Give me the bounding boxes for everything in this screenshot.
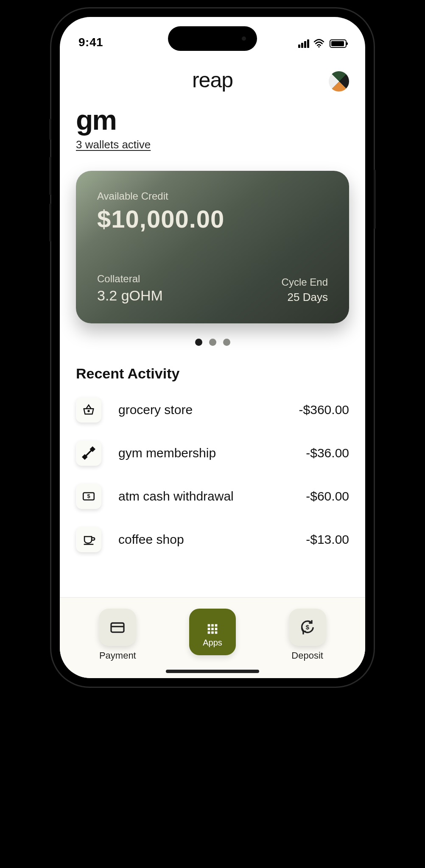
carousel-dot-0[interactable]	[195, 339, 202, 346]
svg-rect-10	[208, 624, 210, 626]
power-button	[374, 170, 376, 229]
app-header: reap	[76, 51, 349, 106]
activity-list: grocery store -$360.00 gym membership -$…	[76, 397, 349, 552]
activity-amount: -$360.00	[299, 403, 349, 417]
nav-deposit-label: Deposit	[291, 650, 323, 661]
volume-down-button	[49, 203, 51, 242]
available-credit-label: Available Credit	[97, 190, 328, 202]
svg-rect-11	[211, 624, 214, 626]
nav-apps-label: Apps	[203, 638, 222, 648]
refresh-dollar-icon: $	[289, 609, 326, 646]
collateral-block: Collateral 3.2 gOHM	[97, 273, 163, 304]
card-bottom: Collateral 3.2 gOHM Cycle End 25 Days	[97, 273, 328, 304]
grid-icon: Apps	[189, 609, 236, 655]
available-credit-amount: $10,000.00	[97, 205, 328, 233]
activity-row[interactable]: coffee shop -$13.00	[76, 527, 349, 552]
recent-activity-title: Recent Activity	[76, 365, 349, 382]
nav-deposit[interactable]: $ Deposit	[289, 609, 326, 661]
activity-label: atm cash withdrawal	[118, 489, 289, 504]
wifi-icon	[313, 38, 324, 49]
activity-row[interactable]: gym membership -$36.00	[76, 440, 349, 466]
svg-rect-13	[208, 628, 210, 630]
activity-amount: -$13.00	[306, 532, 349, 547]
activity-row[interactable]: grocery store -$360.00	[76, 397, 349, 423]
cash-icon: $	[76, 484, 101, 509]
mute-switch	[49, 119, 51, 140]
page-title: gm	[76, 106, 349, 134]
screen: 9:41 reap gm 3 wallets active	[60, 17, 365, 678]
cellular-icon	[298, 39, 309, 48]
svg-rect-8	[111, 623, 124, 632]
nav-payment-label: Payment	[99, 650, 136, 661]
coffee-icon	[76, 527, 101, 552]
svg-text:$: $	[305, 623, 309, 631]
carousel-dots	[76, 339, 349, 346]
carousel-dot-1[interactable]	[209, 339, 216, 346]
dynamic-island	[168, 26, 257, 51]
svg-text:$: $	[87, 493, 90, 499]
collateral-label: Collateral	[97, 273, 163, 285]
basket-icon	[76, 397, 101, 423]
svg-rect-16	[208, 631, 210, 634]
home-indicator[interactable]	[166, 670, 259, 673]
bottom-nav: Payment Apps $ Deposit	[60, 597, 365, 678]
svg-rect-17	[211, 631, 214, 634]
svg-rect-15	[215, 628, 218, 630]
phone-frame: 9:41 reap gm 3 wallets active	[51, 8, 374, 687]
cycle-block: Cycle End 25 Days	[282, 276, 328, 304]
wallets-link[interactable]: 3 wallets active	[76, 138, 151, 151]
activity-row[interactable]: $ atm cash withdrawal -$60.00	[76, 484, 349, 509]
avatar[interactable]	[329, 71, 349, 92]
svg-rect-18	[215, 631, 218, 634]
brand-logo: reap	[192, 68, 233, 92]
collateral-value: 3.2 gOHM	[97, 287, 163, 304]
svg-point-0	[318, 46, 319, 47]
dumbbell-icon	[76, 440, 101, 466]
activity-amount: -$36.00	[306, 446, 349, 460]
activity-label: gym membership	[118, 446, 289, 460]
cycle-value: 25 Days	[282, 291, 328, 304]
card-top: Available Credit $10,000.00	[97, 190, 328, 233]
battery-icon	[330, 39, 347, 48]
activity-label: grocery store	[118, 403, 282, 417]
nav-payment[interactable]: Payment	[99, 609, 136, 661]
status-time: 9:41	[78, 36, 103, 49]
cycle-label: Cycle End	[282, 276, 328, 288]
status-icons	[298, 38, 347, 49]
main-content: reap gm 3 wallets active Available Credi…	[60, 51, 365, 597]
svg-point-1	[88, 410, 89, 412]
volume-up-button	[49, 157, 51, 195]
activity-label: coffee shop	[118, 532, 289, 547]
card-icon	[99, 609, 136, 646]
svg-rect-12	[215, 624, 218, 626]
credit-card[interactable]: Available Credit $10,000.00 Collateral 3…	[76, 171, 349, 323]
svg-rect-14	[211, 628, 214, 630]
carousel-dot-2[interactable]	[223, 339, 230, 346]
activity-amount: -$60.00	[306, 489, 349, 504]
nav-apps[interactable]: Apps	[189, 609, 236, 655]
